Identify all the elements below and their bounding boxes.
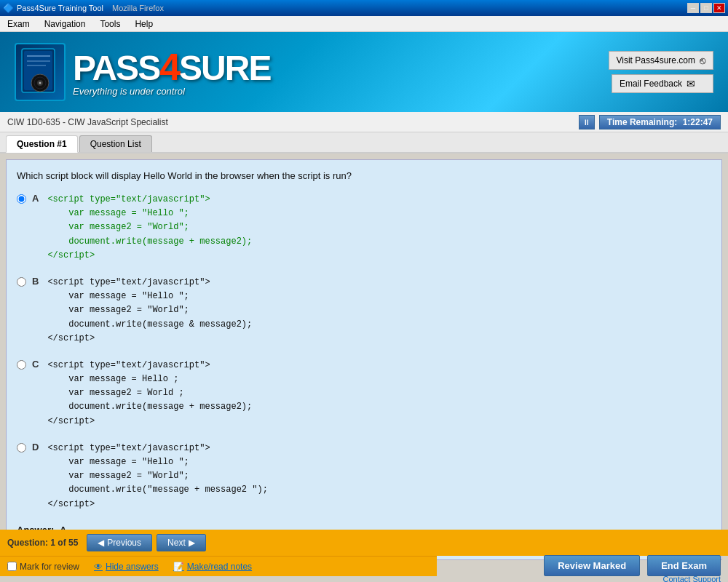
email-icon: ✉ xyxy=(687,78,695,89)
title-bar-controls: ─ □ ✕ xyxy=(687,3,725,13)
bottom-nav: Question: 1 of 55 ◀ Previous Next ▶ xyxy=(0,530,728,556)
logo-pass: PASS xyxy=(73,49,159,87)
notes-icon: 📝 xyxy=(173,562,184,572)
option-c-label: C xyxy=(32,359,39,370)
option-d-code: <script type="text/javascript"> var mess… xyxy=(47,442,267,511)
menu-exam[interactable]: Exam xyxy=(4,17,33,31)
header: PASS4SURE Everything is under control Vi… xyxy=(0,32,728,112)
svg-point-7 xyxy=(39,81,41,84)
logo-main: PASS4SURE xyxy=(73,48,270,86)
option-c-radio[interactable] xyxy=(17,360,26,370)
timer-display: Time Remaining: 1:22:47 xyxy=(599,115,721,129)
email-feedback-button[interactable]: Email Feedback ✉ xyxy=(612,74,713,93)
minimize-button[interactable]: ─ xyxy=(687,3,699,13)
option-c-code: <script type="text/javascript"> var mess… xyxy=(47,359,252,428)
logo-four: 4 xyxy=(159,46,179,88)
subtitle-text: Mozilla Firefox xyxy=(112,4,164,12)
option-a-label: A xyxy=(32,193,39,204)
menu-bar: Exam Navigation Tools Help xyxy=(0,16,728,32)
option-b-label: B xyxy=(32,276,39,287)
next-label: Next xyxy=(167,538,186,548)
prev-arrow-icon: ◀ xyxy=(98,538,104,548)
maximize-button[interactable]: □ xyxy=(700,3,712,13)
question-area: Which script block will display Hello Wo… xyxy=(6,159,722,560)
app-icon: 🔷 xyxy=(3,3,14,13)
exam-code: CIW 1D0-635 - CIW JavaScript Specialist xyxy=(7,117,168,127)
visit-website-button[interactable]: Visit Pass4sure.com ⎋ xyxy=(609,51,714,70)
timer-label: Time Remaining: xyxy=(607,117,677,127)
option-c-item: C <script type="text/javascript"> var me… xyxy=(17,359,711,428)
option-d-radio[interactable] xyxy=(17,443,26,453)
email-label: Email Feedback xyxy=(620,79,682,89)
hide-answers-link[interactable]: 👁 Hide answers xyxy=(94,562,159,572)
logo-icon xyxy=(15,43,66,101)
mark-review-option[interactable]: Mark for review xyxy=(7,562,79,572)
question-counter: Question: 1 of 55 xyxy=(7,538,78,548)
make-notes-label: Make/read notes xyxy=(187,562,252,572)
tabs-bar: Question #1 Question List xyxy=(0,132,728,154)
option-d-label: D xyxy=(32,442,39,453)
logo-text-area: PASS4SURE Everything is under control xyxy=(73,48,270,97)
option-b-item: B <script type="text/javascript"> var me… xyxy=(17,276,711,346)
option-b-radio[interactable] xyxy=(17,277,26,287)
menu-tools[interactable]: Tools xyxy=(97,17,123,31)
title-bar: 🔷 Pass4Sure Training Tool Mozilla Firefo… xyxy=(0,0,728,16)
end-exam-button[interactable]: End Exam xyxy=(647,555,721,576)
option-a-radio[interactable] xyxy=(17,194,26,204)
next-button[interactable]: Next ▶ xyxy=(157,534,206,551)
hide-answers-label: Hide answers xyxy=(106,562,159,572)
title-bar-text: Pass4Sure Training Tool xyxy=(17,4,103,12)
menu-navigation[interactable]: Navigation xyxy=(41,17,89,31)
title-bar-left: 🔷 Pass4Sure Training Tool Mozilla Firefo… xyxy=(3,3,164,13)
question-text: Which script block will display Hello Wo… xyxy=(17,170,711,181)
make-notes-link[interactable]: 📝 Make/read notes xyxy=(173,562,252,572)
visit-label: Visit Pass4sure.com xyxy=(617,55,696,65)
tab-question-list[interactable]: Question List xyxy=(79,135,152,152)
options-list: A <script type="text/javascript"> var me… xyxy=(17,193,711,511)
external-link-icon: ⎋ xyxy=(700,55,705,66)
logo-tagline: Everything is under control xyxy=(73,86,270,97)
review-marked-button[interactable]: Review Marked xyxy=(544,555,640,576)
menu-help[interactable]: Help xyxy=(132,17,156,31)
timer-value: 1:22:47 xyxy=(683,117,713,127)
mark-review-label: Mark for review xyxy=(20,562,79,572)
close-button[interactable]: ✕ xyxy=(713,3,725,13)
option-a-code: <script type="text/javascript"> var mess… xyxy=(47,193,252,263)
option-a-item: A <script type="text/javascript"> var me… xyxy=(17,193,711,263)
prev-label: Previous xyxy=(107,538,141,548)
bottom-options: Mark for review 👁 Hide answers 📝 Make/re… xyxy=(0,556,437,576)
timer-area: ⏸ Time Remaining: 1:22:47 xyxy=(579,115,721,129)
next-arrow-icon: ▶ xyxy=(189,538,195,548)
option-b-code: <script type="text/javascript"> var mess… xyxy=(47,276,252,346)
logo-area: PASS4SURE Everything is under control xyxy=(15,43,270,101)
right-bottom-buttons: Review Marked End Exam xyxy=(544,555,721,576)
exam-bar: CIW 1D0-635 - CIW JavaScript Specialist … xyxy=(0,112,728,132)
previous-button[interactable]: ◀ Previous xyxy=(87,534,152,551)
eye-icon: 👁 xyxy=(94,562,103,572)
timer-pause-button[interactable]: ⏸ xyxy=(579,115,595,129)
header-buttons: Visit Pass4sure.com ⎋ Email Feedback ✉ xyxy=(609,51,714,93)
logo-sure: SURE xyxy=(179,49,270,87)
mark-review-checkbox[interactable] xyxy=(7,562,17,571)
option-d-item: D <script type="text/javascript"> var me… xyxy=(17,442,711,511)
tab-question1[interactable]: Question #1 xyxy=(6,135,78,153)
contact-support-link[interactable]: Contact Support xyxy=(663,575,721,582)
